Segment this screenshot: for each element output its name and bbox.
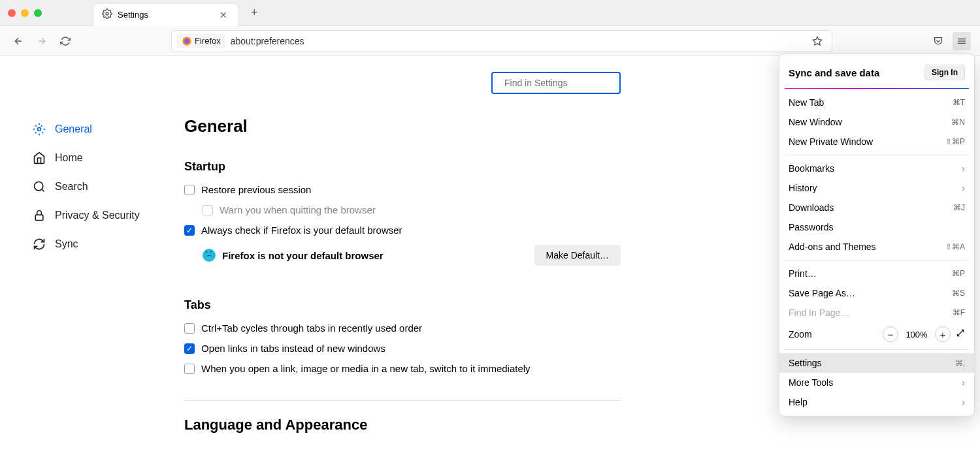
sidebar-item-label: Sync [55, 238, 78, 250]
minimize-window-button[interactable] [21, 9, 29, 17]
titlebar: Settings ✕ + [0, 0, 980, 26]
svg-rect-10 [35, 215, 43, 220]
checkbox-label: Restore previous session [201, 184, 311, 195]
lock-icon [33, 209, 46, 222]
startup-heading: Startup [184, 160, 621, 174]
sidebar-item-label: General [55, 123, 92, 135]
gear-icon [102, 8, 112, 22]
menu-new-private-window[interactable]: New Private Window⇧⌘P [779, 132, 974, 151]
sidebar-item-privacy[interactable]: Privacy & Security [29, 201, 163, 230]
checkbox-icon [184, 323, 195, 334]
site-identity-label: Firefox [195, 36, 221, 46]
menu-separator [785, 349, 969, 350]
sidebar-item-home[interactable]: Home [29, 144, 163, 172]
sidebar-item-label: Home [55, 152, 83, 164]
open-links-tabs-checkbox[interactable]: Open links in tabs instead of new window… [184, 343, 621, 354]
chevron-right-icon: › [962, 183, 965, 193]
zoom-out-button[interactable]: − [883, 326, 898, 342]
app-menu-button[interactable] [953, 32, 971, 50]
sign-in-button[interactable]: Sign In [924, 65, 965, 80]
url-text: about:preferences [231, 36, 803, 46]
close-tab-button[interactable]: ✕ [217, 8, 230, 22]
sidebar-item-label: Privacy & Security [55, 210, 140, 221]
checkbox-icon [184, 364, 195, 374]
checkbox-label: When you open a link, image or media in … [201, 363, 531, 374]
maximize-window-button[interactable] [34, 9, 42, 17]
restore-session-checkbox[interactable]: Restore previous session [184, 184, 621, 195]
menu-save-page[interactable]: Save Page As…⌘S [779, 283, 974, 303]
svg-marker-3 [813, 37, 821, 45]
checkbox-icon [184, 185, 195, 195]
pocket-button[interactable] [929, 32, 947, 50]
new-tab-button[interactable]: + [246, 3, 263, 22]
menu-addons[interactable]: Add-ons and Themes⇧⌘A [779, 237, 974, 257]
menu-sync-title: Sync and save data [789, 67, 924, 78]
checkbox-icon [203, 205, 213, 215]
back-button[interactable] [9, 32, 27, 50]
find-in-settings[interactable] [491, 72, 621, 94]
checkbox-icon [184, 343, 195, 354]
settings-sidebar: General Home Search Privacy & Security S… [0, 56, 176, 472]
default-browser-row: Firefox is not your default browser Make… [203, 245, 621, 266]
sync-icon [33, 238, 46, 251]
gear-icon [33, 123, 46, 136]
url-bar[interactable]: Firefox about:preferences [171, 30, 832, 52]
toolbar: Firefox about:preferences [0, 26, 980, 56]
svg-point-7 [38, 128, 41, 131]
sidebar-item-general[interactable]: General [29, 115, 163, 144]
chevron-right-icon: › [962, 397, 965, 407]
menu-separator [785, 155, 969, 155]
menu-passwords[interactable]: Passwords [779, 217, 974, 237]
sidebar-item-sync[interactable]: Sync [29, 230, 163, 259]
menu-new-tab[interactable]: New Tab⌘T [779, 93, 974, 112]
page-title: General [184, 116, 621, 136]
menu-gradient-divider [785, 88, 969, 89]
make-default-button[interactable]: Make Default… [534, 245, 621, 266]
search-input[interactable] [504, 78, 619, 88]
checkbox-label: Warn you when quitting the browser [220, 204, 376, 215]
close-window-button[interactable] [8, 9, 16, 17]
settings-main: General Startup Restore previous session… [176, 56, 660, 472]
svg-point-8 [35, 182, 43, 191]
forward-button[interactable] [33, 32, 51, 50]
menu-settings[interactable]: Settings⌘, [779, 353, 974, 373]
app-menu-panel: Sync and save data Sign In New Tab⌘T New… [779, 54, 975, 417]
menu-new-window[interactable]: New Window⌘N [779, 112, 974, 132]
menu-find-in-page: Find In Page…⌘F [779, 303, 974, 323]
browser-tab[interactable]: Settings ✕ [94, 4, 238, 26]
checkbox-label: Always check if Firefox is your default … [201, 225, 402, 236]
reload-button[interactable] [56, 32, 74, 50]
menu-separator [785, 260, 969, 260]
chevron-right-icon: › [962, 163, 965, 174]
zoom-in-button[interactable]: + [935, 326, 951, 342]
zoom-value: 100% [904, 330, 930, 339]
sad-face-icon [203, 249, 216, 262]
menu-history[interactable]: History› [779, 178, 974, 198]
ctrl-tab-checkbox[interactable]: Ctrl+Tab cycles through tabs in recently… [184, 323, 621, 334]
site-identity[interactable]: Firefox [177, 34, 225, 48]
chevron-right-icon: › [962, 377, 965, 388]
menu-help[interactable]: Help› [779, 392, 974, 412]
menu-downloads[interactable]: Downloads⌘J [779, 198, 974, 217]
window-controls [8, 9, 42, 17]
svg-line-9 [42, 189, 44, 192]
checkbox-label: Ctrl+Tab cycles through tabs in recently… [201, 323, 422, 334]
tabs-heading: Tabs [184, 298, 621, 312]
bookmark-star-button[interactable] [808, 32, 826, 50]
svg-point-2 [184, 39, 189, 44]
tab-title: Settings [118, 10, 212, 20]
fullscreen-button[interactable] [956, 328, 965, 340]
default-browser-status: Firefox is not your default browser [222, 250, 534, 261]
sidebar-item-search[interactable]: Search [29, 172, 163, 201]
always-check-default-checkbox[interactable]: Always check if Firefox is your default … [184, 225, 621, 236]
menu-zoom-row: Zoom − 100% + [779, 323, 974, 346]
sidebar-item-label: Search [55, 181, 88, 193]
checkbox-label: Open links in tabs instead of new window… [201, 343, 385, 354]
warn-quit-checkbox: Warn you when quitting the browser [203, 204, 621, 215]
menu-print[interactable]: Print…⌘P [779, 264, 974, 283]
home-icon [33, 151, 46, 165]
menu-bookmarks[interactable]: Bookmarks› [779, 159, 974, 178]
menu-more-tools[interactable]: More Tools› [779, 373, 974, 392]
switch-immediate-checkbox[interactable]: When you open a link, image or media in … [184, 363, 621, 374]
zoom-label: Zoom [789, 329, 877, 339]
